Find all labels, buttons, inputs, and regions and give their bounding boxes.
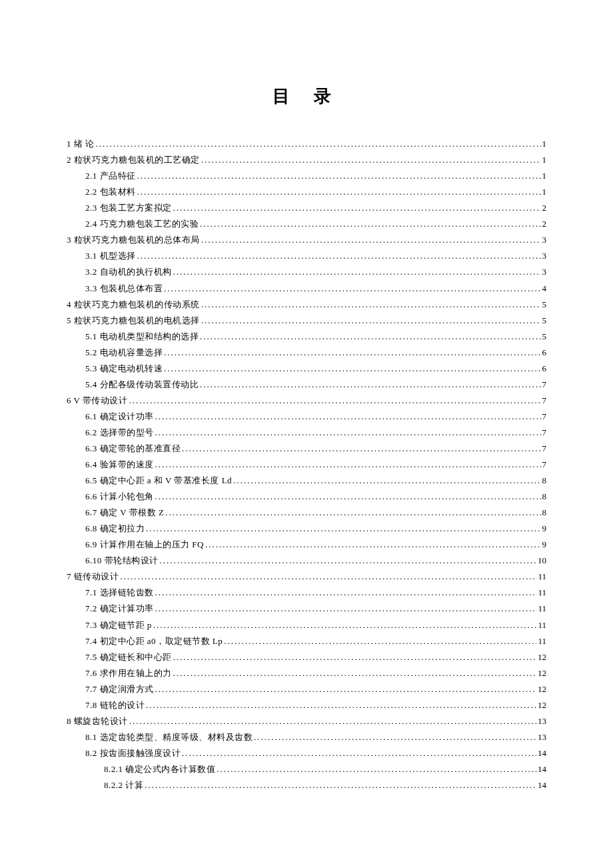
toc-leader-dots [233, 473, 540, 489]
toc-leader-dots [137, 168, 541, 184]
toc-entry-label: 6.3 确定带轮的基准直径 [85, 441, 181, 457]
toc-leader-dots [182, 441, 541, 457]
toc-leader-dots [146, 521, 541, 537]
toc-entry-label: 7.6 求作用在轴上的力 [85, 665, 172, 681]
toc-leader-dots [145, 777, 536, 793]
toc-entry-page: 13 [538, 713, 546, 729]
toc-entry-page: 1 [542, 152, 547, 168]
toc-entry[interactable]: 2.1 产品特征1 [67, 168, 546, 184]
toc-leader-dots [164, 345, 541, 361]
toc-leader-dots [96, 136, 541, 152]
toc-entry-page: 7 [542, 393, 547, 409]
toc-entry[interactable]: 5.1 电动机类型和结构的选择5 [67, 329, 546, 345]
toc-entry-label: 8.2.2 计算 [104, 777, 143, 793]
toc-leader-dots [200, 216, 541, 232]
toc-entry-page: 7 [542, 425, 547, 441]
toc-entry-page: 12 [538, 681, 546, 697]
toc-entry-page: 11 [538, 585, 546, 601]
toc-entry[interactable]: 7.1 选择链轮齿数11 [67, 585, 546, 601]
toc-entry[interactable]: 6.5 确定中心距 a 和 V 带基准长度 Ld8 [67, 473, 546, 489]
toc-entry-page: 1 [542, 168, 547, 184]
toc-entry[interactable]: 6.2 选择带的型号7 [67, 425, 546, 441]
toc-entry-label: 1 绪 论 [67, 136, 95, 152]
toc-entry[interactable]: 3.2 自动机的执行机构3 [67, 264, 546, 280]
toc-entry-page: 2 [542, 216, 547, 232]
toc-entry[interactable]: 2.2 包装材料1 [67, 184, 546, 200]
toc-entry-page: 3 [542, 248, 547, 264]
toc-entry[interactable]: 3 粒状巧克力糖包装机的总体布局3 [67, 232, 546, 248]
toc-leader-dots [165, 505, 540, 521]
toc-entry-page: 7 [542, 377, 547, 393]
toc-entry[interactable]: 6.1 确定设计功率7 [67, 409, 546, 425]
toc-entry[interactable]: 8.2.2 计算14 [67, 777, 546, 793]
toc-leader-dots [146, 697, 536, 713]
toc-entry[interactable]: 3.3 包装机总体布置4 [67, 281, 546, 297]
toc-entry[interactable]: 7.7 确定润滑方式12 [67, 681, 546, 697]
toc-entry[interactable]: 7.3 确定链节距 p11 [67, 617, 546, 633]
toc-leader-dots [155, 681, 537, 697]
toc-entry[interactable]: 3.1 机型选择3 [67, 248, 546, 264]
toc-entry-label: 6.9 计算作用在轴上的压力 FQ [85, 537, 204, 553]
toc-entry-page: 8 [542, 505, 547, 521]
toc-entry[interactable]: 2.4 巧克力糖包装工艺的实验2 [67, 216, 546, 232]
toc-entry-page: 14 [538, 745, 546, 761]
toc-entry[interactable]: 7.6 求作用在轴上的力12 [67, 665, 546, 681]
toc-entry-page: 3 [542, 232, 547, 248]
table-of-contents: 1 绪 论12 粒状巧克力糖包装机的工艺确定12.1 产品特征12.2 包装材料… [67, 136, 546, 793]
toc-leader-dots [205, 537, 541, 553]
toc-entry[interactable]: 7.2 确定计算功率11 [67, 601, 546, 617]
toc-entry[interactable]: 8.1 选定齿轮类型、精度等级、材料及齿数13 [67, 729, 546, 745]
toc-entry[interactable]: 8.2 按齿面接触强度设计14 [67, 745, 546, 761]
toc-entry[interactable]: 4 粒状巧克力糖包装机的传动系统5 [67, 297, 546, 313]
toc-entry[interactable]: 6.6 计算小轮包角8 [67, 489, 546, 505]
toc-entry-page: 9 [542, 521, 547, 537]
toc-entry[interactable]: 6 V 带传动设计7 [67, 393, 546, 409]
toc-entry[interactable]: 6.8 确定初拉力9 [67, 521, 546, 537]
toc-entry-page: 1 [542, 184, 547, 200]
toc-leader-dots [201, 297, 541, 313]
toc-entry[interactable]: 7.4 初定中心距 a0，取定链节数 Lp11 [67, 633, 546, 649]
toc-entry-label: 6.8 确定初拉力 [85, 521, 145, 537]
toc-leader-dots [173, 665, 537, 681]
toc-entry[interactable]: 5.3 确定电动机转速6 [67, 361, 546, 377]
toc-entry-page: 11 [538, 601, 546, 617]
toc-entry-page: 14 [538, 761, 546, 777]
toc-entry[interactable]: 6.4 验算带的速度7 [67, 457, 546, 473]
toc-leader-dots [129, 713, 536, 729]
toc-entry-label: 7.8 链轮的设计 [85, 697, 145, 713]
toc-entry[interactable]: 7 链传动设计11 [67, 569, 546, 585]
toc-leader-dots [164, 281, 541, 297]
toc-entry[interactable]: 7.8 链轮的设计12 [67, 697, 546, 713]
toc-entry[interactable]: 2.3 包装工艺方案拟定2 [67, 200, 546, 216]
toc-entry-label: 2 粒状巧克力糖包装机的工艺确定 [67, 152, 200, 168]
toc-entry[interactable]: 5 粒状巧克力糖包装机的电机选择5 [67, 313, 546, 329]
toc-leader-dots [153, 617, 537, 633]
toc-entry-page: 5 [542, 329, 547, 345]
toc-entry-page: 6 [542, 345, 547, 361]
toc-entry[interactable]: 7.5 确定链长和中心距12 [67, 649, 546, 665]
toc-entry[interactable]: 5.4 分配各级传动装置传动比7 [67, 377, 546, 393]
toc-entry[interactable]: 8.2.1 确定公式内各计算数值14 [67, 761, 546, 777]
toc-entry-page: 6 [542, 361, 547, 377]
toc-entry-label: 6.4 验算带的速度 [85, 457, 154, 473]
toc-leader-dots [120, 569, 536, 585]
toc-entry[interactable]: 6.9 计算作用在轴上的压力 FQ9 [67, 537, 546, 553]
toc-entry-page: 7 [542, 441, 547, 457]
toc-entry[interactable]: 1 绪 论1 [67, 136, 546, 152]
toc-entry-label: 6.6 计算小轮包角 [85, 489, 154, 505]
toc-leader-dots [137, 184, 541, 200]
toc-entry[interactable]: 8 螺旋齿轮设计13 [67, 713, 546, 729]
toc-entry-page: 14 [538, 777, 546, 793]
toc-entry-page: 10 [538, 553, 546, 569]
toc-entry[interactable]: 6.3 确定带轮的基准直径7 [67, 441, 546, 457]
toc-entry[interactable]: 6.10 带轮结构设计10 [67, 553, 546, 569]
toc-entry-label: 7.1 选择链轮齿数 [85, 585, 154, 601]
toc-entry-label: 4 粒状巧克力糖包装机的传动系统 [67, 297, 200, 313]
toc-entry[interactable]: 5.2 电动机容量选择6 [67, 345, 546, 361]
toc-leader-dots [254, 729, 536, 745]
toc-leader-dots [224, 633, 536, 649]
toc-entry[interactable]: 6.7 确定 V 带根数 Z8 [67, 505, 546, 521]
toc-entry-label: 7 链传动设计 [67, 569, 119, 585]
toc-entry[interactable]: 2 粒状巧克力糖包装机的工艺确定1 [67, 152, 546, 168]
toc-entry-label: 5 粒状巧克力糖包装机的电机选择 [67, 313, 200, 329]
